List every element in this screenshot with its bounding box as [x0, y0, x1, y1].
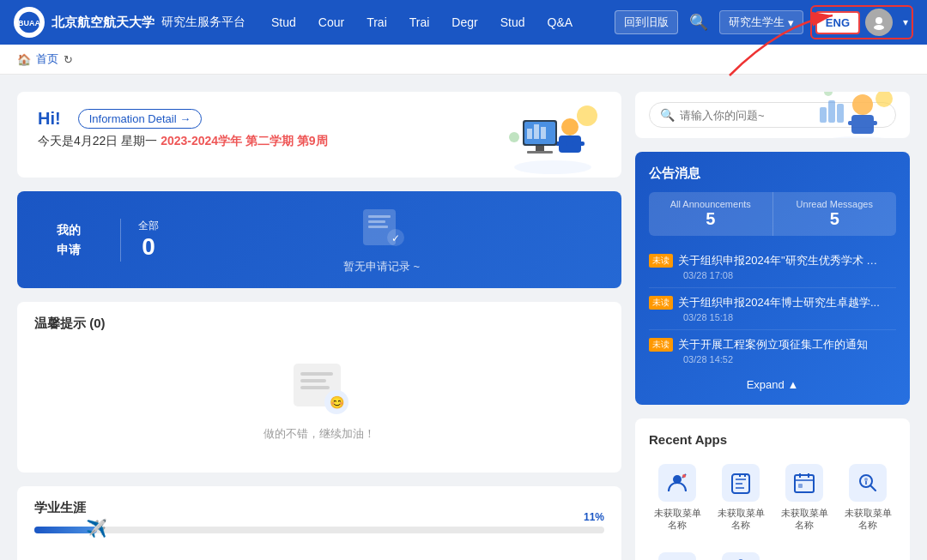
unread-messages-count: 5 [777, 209, 894, 229]
svg-rect-34 [848, 121, 860, 125]
my-apps-count: 全部 0 [138, 219, 159, 261]
nav-link-cour[interactable]: Cour [310, 10, 353, 34]
announcement-item-2-top: 未读 关于组织申报2024年博士研究生卓越学... [649, 295, 896, 310]
language-button[interactable]: ENG [815, 11, 860, 34]
announcement-item-2[interactable]: 未读 关于组织申报2024年博士研究生卓越学... 03/28 15:18 [649, 288, 896, 330]
announcements-stats: All Announcements 5 Unread Messages 5 [649, 192, 896, 236]
expand-announcements-button[interactable]: Expand ▲ [649, 378, 896, 391]
svg-point-6 [561, 118, 579, 135]
svg-point-4 [874, 25, 884, 30]
recent-app-5[interactable] [649, 545, 706, 560]
greeting-illustration [501, 100, 604, 178]
career-item-xinsheng: ✓ 新生 入学 新生入学 按期国家招生规定录取的新生，本人持录取通知书及有效身份… [34, 554, 604, 560]
student-selector[interactable]: 研究生学生 ▾ [719, 10, 803, 34]
progress-plane-icon: ✈️ [86, 518, 107, 539]
svg-rect-20 [368, 215, 391, 218]
nav-links: Stud Cour Trai Trai Degr Stud Q&A [263, 10, 615, 34]
unread-tag-1: 未读 [649, 254, 673, 268]
announcement-text-3: 关于开展工程案例立项征集工作的通知 [678, 337, 868, 352]
warm-tips-title: 温馨提示 (0) [34, 316, 604, 332]
announcement-item-1-top: 未读 关于组织申报2024年"研究生优秀学术 创... [649, 253, 896, 268]
my-apps-empty-text: 暂无申请记录 ~ [343, 259, 420, 274]
career-card: 学业生涯 11% ✈️ ✓ 新生 入学 新生入学 按期国家招生规定录取的新生，本… [17, 486, 621, 560]
nav-link-stud2[interactable]: Stud [492, 10, 534, 34]
announcement-item-1[interactable]: 未读 关于组织申报2024年"研究生优秀学术 创... 03/28 17:08 [649, 246, 896, 288]
progress-area: 11% ✈️ [34, 527, 604, 533]
breadcrumb: 🏠 首页 ↻ [0, 45, 927, 75]
greeting-hi: Hi! [38, 109, 61, 129]
recent-app-1[interactable]: 未获取菜单名称 [649, 457, 706, 539]
announcement-date-3: 03/28 14:52 [649, 354, 896, 364]
search-button[interactable]: 🔍 [685, 9, 712, 36]
search-illustration [815, 92, 901, 138]
nav-link-qa[interactable]: Q&A [539, 10, 582, 34]
left-column: Hi! Information Detail → 今天是4月22日 星期一 20… [17, 92, 621, 560]
progress-bar-fill: ✈️ [34, 527, 97, 533]
info-detail-button[interactable]: Information Detail → [78, 109, 203, 129]
announcement-date-1: 03/28 17:08 [649, 270, 896, 280]
svg-rect-50 [795, 475, 814, 492]
svg-point-40 [824, 92, 833, 96]
breadcrumb-home[interactable]: 首页 [36, 51, 58, 67]
date-text: 今天是4月22日 星期一 [38, 134, 157, 148]
svg-rect-35 [865, 121, 877, 125]
svg-text:BUAA: BUAA [18, 19, 40, 27]
recent-app-6[interactable] [712, 545, 769, 560]
svg-point-18 [509, 132, 519, 142]
main-content: Hi! Information Detail → 今天是4月22日 星期一 20… [0, 75, 927, 560]
svg-rect-9 [573, 142, 585, 146]
recent-app-label-2: 未获取菜单名称 [716, 507, 766, 532]
my-apps-label-area: 我的 申请 [34, 220, 103, 259]
search-card: 🔍 [635, 92, 910, 138]
recent-app-label-4: 未获取菜单名称 [843, 507, 893, 532]
announcements-card: 公告消息 All Announcements 5 Unread Messages… [635, 152, 910, 405]
nav-bar: BUAA 北京航空航天大学 研究生服务平台 Stud Cour Trai Tra… [0, 0, 927, 45]
unread-messages-stat: Unread Messages 5 [772, 192, 897, 236]
svg-rect-8 [555, 142, 567, 146]
unread-messages-label: Unread Messages [777, 199, 894, 209]
old-version-button[interactable]: 回到旧版 [615, 10, 678, 34]
user-chevron-icon[interactable]: ▾ [903, 16, 908, 28]
nav-link-degr[interactable]: Degr [443, 10, 486, 34]
recent-app-4[interactable]: 未获取菜单名称 [839, 457, 896, 539]
svg-rect-14 [527, 129, 532, 139]
announcement-text-2: 关于组织申报2024年博士研究生卓越学... [678, 295, 880, 310]
career-title: 学业生涯 [34, 500, 604, 516]
announcements-title: 公告消息 [649, 166, 896, 182]
nav-logo: BUAA 北京航空航天大学 研究生服务平台 [14, 7, 245, 38]
avatar[interactable] [865, 9, 893, 36]
unread-tag-3: 未读 [649, 338, 673, 352]
svg-rect-54 [798, 484, 803, 488]
svg-rect-38 [837, 104, 844, 123]
announcement-item-3-top: 未读 关于开展工程案例立项征集工作的通知 [649, 337, 896, 352]
recent-apps-title: Recent Apps [649, 432, 896, 447]
svg-rect-28 [300, 386, 330, 389]
svg-rect-15 [534, 124, 539, 139]
svg-point-57 [864, 478, 868, 481]
all-announcements-label: All Announcements [652, 199, 769, 209]
svg-rect-22 [368, 226, 388, 228]
lang-area: ENG ▾ [810, 5, 913, 39]
recent-app-3[interactable]: 未获取菜单名称 [776, 457, 833, 539]
svg-rect-16 [541, 127, 546, 139]
nav-link-stud1[interactable]: Stud [263, 10, 305, 34]
recent-app-icon-1 [658, 464, 696, 502]
university-name: 北京航空航天大学 [52, 15, 154, 31]
svg-point-17 [577, 105, 597, 126]
nav-link-trai2[interactable]: Trai [401, 10, 439, 34]
recent-app-2[interactable]: 未获取菜单名称 [712, 457, 769, 539]
recent-app-icon-5 [658, 552, 696, 560]
announcement-text-1: 关于组织申报2024年"研究生优秀学术 创... [678, 253, 884, 268]
announcement-date-2: 03/28 15:18 [649, 312, 896, 322]
my-apps-number: 0 [138, 233, 159, 261]
breadcrumb-refresh-icon[interactable]: ↻ [64, 53, 73, 66]
all-announcements-count: 5 [652, 209, 769, 229]
announcement-item-3[interactable]: 未读 关于开展工程案例立项征集工作的通知 03/28 14:52 [649, 330, 896, 371]
term-text: 2023-2024学年 第二学期 第9周 [161, 134, 328, 148]
progress-bar: ✈️ [34, 527, 604, 533]
svg-line-56 [870, 485, 876, 491]
all-announcements-stat: All Announcements 5 [649, 192, 772, 236]
svg-rect-21 [368, 220, 385, 223]
nav-link-trai1[interactable]: Trai [358, 10, 396, 34]
svg-point-32 [852, 94, 873, 115]
